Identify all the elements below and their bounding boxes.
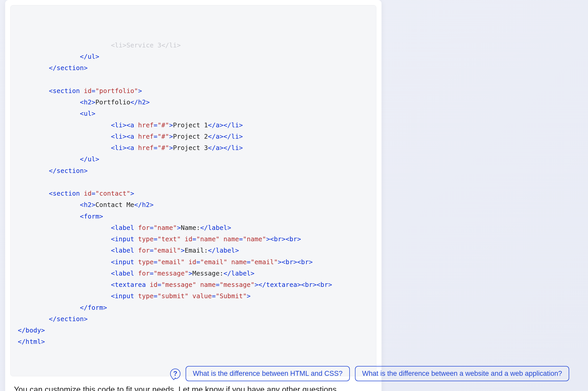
code-block: <li>Service 3</li> </ul> </section> <sec… bbox=[10, 5, 376, 376]
code-line bbox=[18, 76, 22, 83]
code-line bbox=[18, 178, 22, 186]
code-line: </html> bbox=[18, 338, 45, 345]
code-line: <section id="portfolio"> bbox=[18, 87, 142, 95]
code-line: <li><a href="#">Project 3</a></li> bbox=[18, 144, 243, 152]
code-line: </section> bbox=[18, 167, 88, 174]
question-bubble-icon: ? bbox=[170, 369, 180, 379]
suggestion-button[interactable]: What is the difference between HTML and … bbox=[186, 366, 350, 381]
code-line: <li><a href="#">Project 1</a></li> bbox=[18, 121, 243, 129]
code-line: <li><a href="#">Project 2</a></li> bbox=[18, 133, 243, 140]
code-line: <form> bbox=[18, 213, 103, 220]
code-line: <input type="submit" value="Submit"> bbox=[18, 292, 251, 300]
code-line: <label for="email">Email:</label> bbox=[18, 247, 239, 254]
code-line: </section> bbox=[18, 64, 88, 72]
code-line: <input type="email" id="email" name="ema… bbox=[18, 258, 313, 266]
code-line: <h2>Contact Me</h2> bbox=[18, 201, 154, 209]
code-line: <input type="text" id="name" name="name"… bbox=[18, 235, 301, 243]
code-line-faded: <li>Service 3</li> bbox=[18, 41, 181, 49]
suggestion-button[interactable]: What is the difference between a website… bbox=[355, 366, 569, 381]
code-line: <h2>Portfolio</h2> bbox=[18, 98, 150, 106]
code-line: </ul> bbox=[18, 155, 99, 163]
code-line: <section id="contact"> bbox=[18, 190, 134, 197]
code-line: </section> bbox=[18, 315, 88, 323]
code-line: <label for="message">Message:</label> bbox=[18, 270, 254, 277]
code-line: <label for="name">Name:</label> bbox=[18, 224, 231, 231]
code-line: <ul> bbox=[18, 110, 95, 117]
code-line: </ul> bbox=[18, 53, 99, 60]
response-text: You can customize this code to fit your … bbox=[5, 381, 382, 391]
code-line: </body> bbox=[18, 327, 45, 334]
code-line: </form> bbox=[18, 304, 107, 311]
suggestions-row: ? What is the difference between HTML an… bbox=[170, 366, 569, 381]
answer-card: <li>Service 3</li> </ul> </section> <sec… bbox=[5, 0, 382, 391]
code-line: <textarea id="message" name="message"></… bbox=[18, 281, 332, 288]
